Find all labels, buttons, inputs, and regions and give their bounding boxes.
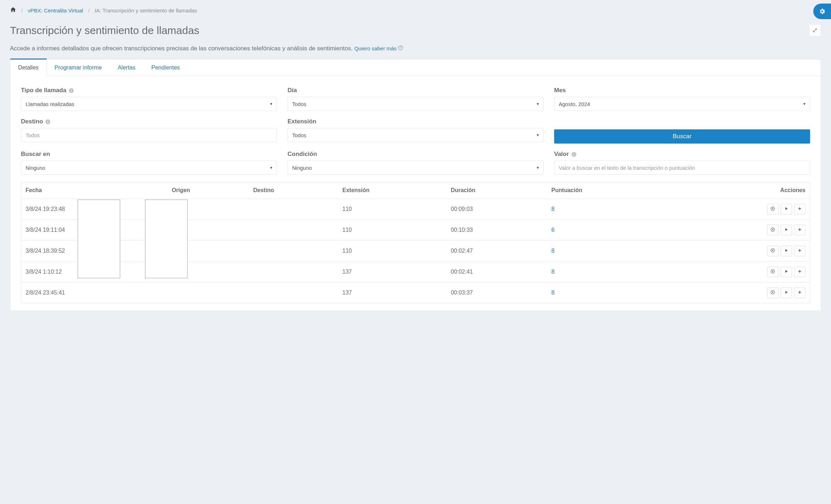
download-button[interactable]	[767, 204, 779, 214]
main-panel: Detalles Programar informe Alertas Pendi…	[10, 58, 821, 311]
tab-programar-informe[interactable]: Programar informe	[47, 60, 110, 76]
info-circle-icon: i	[68, 88, 74, 93]
select-tipo-llamada[interactable]: Llamadas realizadas ▾	[21, 97, 277, 111]
cell-puntuacion: 8	[547, 199, 667, 220]
expand-row-button[interactable]	[794, 204, 805, 214]
th-destino: Destino	[249, 182, 338, 199]
play-button[interactable]	[781, 225, 792, 235]
label-destino: Destino i	[21, 118, 277, 125]
page-title: Transcripción y sentimiento de llamadas	[10, 24, 199, 37]
select-condicion[interactable]: Ninguno ▾	[288, 161, 543, 175]
table-row: 3/8/24 1:10:1213700:02:418	[21, 262, 810, 282]
score-link[interactable]: 8	[551, 248, 554, 254]
cell-puntuacion: 8	[547, 241, 667, 262]
cell-duracion: 00:09:03	[446, 199, 547, 220]
download-button[interactable]	[767, 267, 779, 277]
plus-icon	[797, 206, 802, 212]
score-link[interactable]: 8	[551, 290, 554, 296]
fullscreen-button[interactable]	[809, 24, 821, 37]
cell-duracion: 00:02:47	[446, 241, 547, 262]
tab-alertas[interactable]: Alertas	[110, 60, 144, 76]
table-row: 3/8/24 19:11:0411000:10:336	[21, 220, 810, 241]
play-button[interactable]	[781, 267, 792, 277]
cell-puntuacion: 6	[547, 220, 667, 241]
select-buscar-en[interactable]: Ninguno ▾	[21, 161, 277, 175]
chevron-down-icon: ▾	[537, 101, 539, 106]
download-icon	[770, 269, 775, 275]
cell-origen	[167, 282, 249, 303]
cell-fecha: 2/8/24 23:45:41	[21, 282, 168, 303]
label-tipo-llamada: Tipo de llamada i	[21, 87, 277, 94]
svg-text:i: i	[71, 89, 72, 92]
cell-destino	[249, 220, 338, 241]
play-button[interactable]	[781, 287, 792, 298]
plus-icon	[797, 269, 802, 275]
breadcrumb-home[interactable]	[10, 6, 16, 15]
download-icon	[770, 290, 775, 296]
play-icon	[784, 248, 788, 254]
tab-pendientes[interactable]: Pendientes	[144, 60, 188, 76]
label-buscar-en: Buscar en	[21, 151, 277, 158]
select-extension[interactable]: Todos ▾	[288, 128, 543, 142]
plus-icon	[797, 248, 802, 254]
score-link[interactable]: 8	[551, 206, 554, 212]
expand-row-button[interactable]	[794, 225, 805, 235]
tab-detalles[interactable]: Detalles	[10, 58, 47, 76]
download-button[interactable]	[767, 287, 779, 298]
table-row: 3/8/24 19:23:4811000:09:038	[21, 199, 810, 220]
input-destino[interactable]	[21, 128, 277, 142]
question-circle-icon: ?	[398, 46, 403, 51]
select-mes[interactable]: Agosto, 2024 ▾	[554, 97, 810, 111]
label-mes: Mes	[554, 87, 810, 94]
play-button[interactable]	[781, 246, 792, 256]
page-description: Accede a informes detallados que ofrecen…	[10, 45, 821, 52]
breadcrumb-level1[interactable]: vPBX: Centralita Virtual	[28, 7, 83, 13]
redacted-origen	[78, 200, 120, 278]
cell-duracion: 00:02:41	[446, 262, 547, 282]
expand-row-button[interactable]	[794, 246, 805, 256]
download-button[interactable]	[767, 246, 779, 256]
learn-more-link[interactable]: Quiero saber más ?	[354, 45, 403, 51]
th-duracion: Duración	[446, 182, 547, 199]
download-button[interactable]	[767, 225, 779, 235]
select-dia[interactable]: Todos ▾	[288, 97, 543, 111]
tabs: Detalles Programar informe Alertas Pendi…	[10, 60, 821, 76]
play-button[interactable]	[781, 204, 792, 214]
cell-duracion: 00:03:37	[446, 282, 547, 303]
home-icon	[10, 7, 16, 14]
download-icon	[770, 248, 775, 254]
th-fecha: Fecha	[21, 182, 168, 199]
download-icon	[770, 227, 775, 233]
download-icon	[770, 206, 775, 212]
label-condicion: Condición	[288, 151, 543, 158]
input-valor[interactable]	[554, 161, 810, 175]
redacted-destino	[145, 200, 188, 278]
score-link[interactable]: 8	[551, 269, 554, 275]
cell-extension: 137	[338, 282, 447, 303]
th-extension: Extensión	[338, 182, 447, 199]
cell-destino	[249, 199, 338, 220]
breadcrumb-current: IA: Transcripción y sentimiento de llama…	[95, 7, 197, 13]
expand-row-button[interactable]	[794, 287, 805, 298]
expand-row-button[interactable]	[794, 267, 805, 277]
cell-extension: 137	[338, 262, 447, 282]
search-button[interactable]: Buscar	[554, 129, 810, 144]
play-icon	[784, 269, 788, 275]
th-puntuacion: Puntuación	[547, 182, 667, 199]
score-link[interactable]: 6	[551, 227, 554, 233]
table-row: 2/8/24 23:45:4113700:03:378	[21, 282, 810, 303]
chevron-down-icon: ▾	[803, 101, 805, 106]
th-acciones: Acciones	[667, 182, 810, 199]
svg-text:i: i	[48, 120, 49, 123]
svg-text:?: ?	[400, 46, 402, 50]
info-circle-icon: i	[571, 151, 577, 157]
cell-duracion: 00:10:33	[446, 220, 547, 241]
svg-text:i: i	[573, 152, 574, 156]
cell-extension: 110	[338, 220, 447, 241]
label-valor: Valor i	[554, 151, 810, 158]
chevron-down-icon: ▾	[537, 133, 539, 138]
chevron-down-icon: ▾	[270, 165, 272, 170]
info-circle-icon: i	[45, 119, 51, 124]
table-row: 3/8/24 18:39:5211000:02:478	[21, 241, 810, 262]
cell-puntuacion: 8	[547, 262, 667, 282]
